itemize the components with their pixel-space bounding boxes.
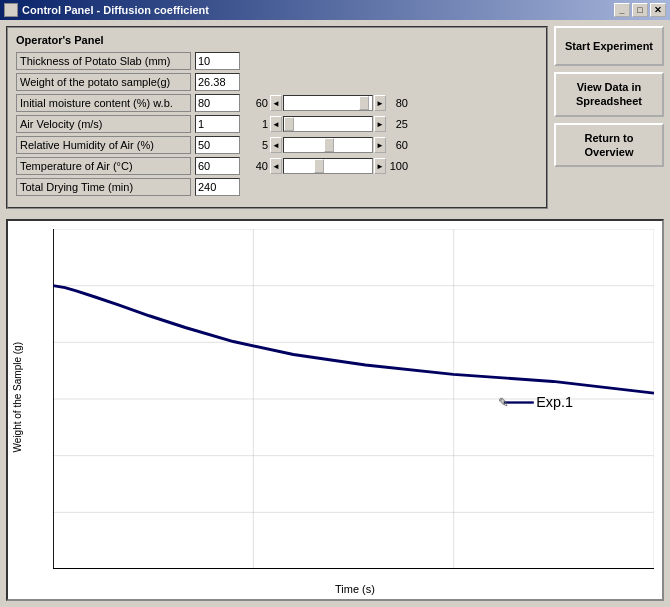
drying-curve (53, 286, 654, 394)
slider-min-velocity: 1 (248, 118, 268, 130)
slider-left-moisture[interactable]: ◄ (270, 95, 282, 111)
label-humidity: Relative Humidity of Air (%) (16, 136, 191, 154)
start-experiment-button[interactable]: Start Experiment (554, 26, 664, 66)
top-section: Operator's Panel Thickness of Potato Sla… (6, 26, 664, 209)
slider-group-humidity: 5 ◄ ► 60 (248, 137, 408, 153)
slider-min-humidity: 5 (248, 139, 268, 151)
svg-text:Exp.1: Exp.1 (536, 394, 573, 410)
close-button[interactable]: ✕ (650, 3, 666, 17)
slider-group-temperature: 40 ◄ ► 100 (248, 158, 408, 174)
field-row-weight: Weight of the potato sample(g) (16, 73, 538, 91)
slider-container-humidity: ◄ ► (270, 137, 386, 153)
input-temperature[interactable] (195, 157, 240, 175)
field-row-moisture: Initial moisture content (%) w.b. 60 ◄ ►… (16, 94, 538, 112)
input-weight[interactable] (195, 73, 240, 91)
label-drying-time: Total Drying Time (min) (16, 178, 191, 196)
field-row-humidity: Relative Humidity of Air (%) 5 ◄ ► 60 (16, 136, 538, 154)
slider-min-moisture: 60 (248, 97, 268, 109)
slider-min-temperature: 40 (248, 160, 268, 172)
svg-text:✎: ✎ (498, 395, 509, 410)
label-thickness: Thickness of Potato Slab (mm) (16, 52, 191, 70)
window-icon (4, 3, 18, 17)
input-humidity[interactable] (195, 136, 240, 154)
slider-max-velocity: 25 (388, 118, 408, 130)
field-row-velocity: Air Velocity (m/s) 1 ◄ ► 25 (16, 115, 538, 133)
main-content: Operator's Panel Thickness of Potato Sla… (0, 20, 670, 607)
panel-title: Operator's Panel (16, 34, 538, 46)
y-axis-label: Weight of the Sample (g) (12, 342, 23, 452)
maximize-button[interactable]: □ (632, 3, 648, 17)
slider-container-moisture: ◄ ► (270, 95, 386, 111)
label-temperature: Temperature of Air (°C) (16, 157, 191, 175)
return-overview-button[interactable]: Return toOverview (554, 123, 664, 168)
slider-track-humidity[interactable] (283, 137, 373, 153)
label-weight: Weight of the potato sample(g) (16, 73, 191, 91)
slider-group-velocity: 1 ◄ ► 25 (248, 116, 408, 132)
slider-right-moisture[interactable]: ► (374, 95, 386, 111)
slider-group-moisture: 60 ◄ ► 80 (248, 95, 408, 111)
field-row-thickness: Thickness of Potato Slab (mm) (16, 52, 538, 70)
title-bar-controls: _ □ ✕ (614, 3, 666, 17)
chart-svg: 0 5 10 15 20 25 30 0 5000 10000 15000 Ex… (53, 229, 654, 569)
slider-right-humidity[interactable]: ► (374, 137, 386, 153)
slider-track-velocity[interactable] (283, 116, 373, 132)
slider-track-temperature[interactable] (283, 158, 373, 174)
input-thickness[interactable] (195, 52, 240, 70)
window-title: Control Panel - Diffusion coefficient (22, 4, 209, 16)
slider-left-humidity[interactable]: ◄ (270, 137, 282, 153)
slider-max-temperature: 100 (388, 160, 408, 172)
view-data-button[interactable]: View Data inSpreadsheet (554, 72, 664, 117)
label-moisture: Initial moisture content (%) w.b. (16, 94, 191, 112)
slider-max-moisture: 80 (388, 97, 408, 109)
operators-panel: Operator's Panel Thickness of Potato Sla… (6, 26, 548, 209)
right-buttons: Start Experiment View Data inSpreadsheet… (554, 26, 664, 209)
slider-left-velocity[interactable]: ◄ (270, 116, 282, 132)
label-velocity: Air Velocity (m/s) (16, 115, 191, 133)
slider-left-temperature[interactable]: ◄ (270, 158, 282, 174)
slider-right-temperature[interactable]: ► (374, 158, 386, 174)
field-row-drying-time: Total Drying Time (min) (16, 178, 538, 196)
minimize-button[interactable]: _ (614, 3, 630, 17)
slider-container-temperature: ◄ ► (270, 158, 386, 174)
field-row-temperature: Temperature of Air (°C) 40 ◄ ► 100 (16, 157, 538, 175)
slider-max-humidity: 60 (388, 139, 408, 151)
input-moisture[interactable] (195, 94, 240, 112)
slider-container-velocity: ◄ ► (270, 116, 386, 132)
slider-track-moisture[interactable] (283, 95, 373, 111)
chart-area: Weight of the Sample (g) Time (s) (6, 219, 664, 601)
x-axis-label: Time (s) (335, 583, 375, 595)
slider-right-velocity[interactable]: ► (374, 116, 386, 132)
input-velocity[interactable] (195, 115, 240, 133)
title-bar: Control Panel - Diffusion coefficient _ … (0, 0, 670, 20)
input-drying-time[interactable] (195, 178, 240, 196)
